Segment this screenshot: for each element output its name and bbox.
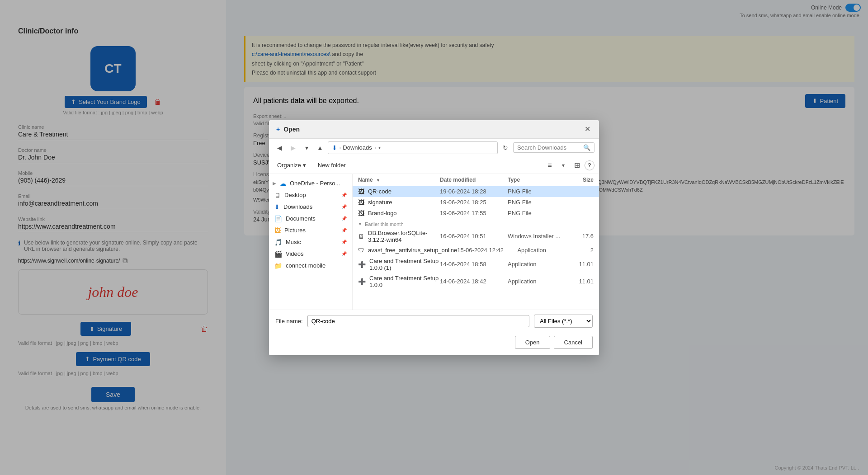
sidebar-item-label: Downloads (283, 203, 312, 210)
search-input[interactable] (517, 144, 580, 151)
downloads-folder-icon: ⬇ (274, 203, 280, 211)
file-icon-avast: 🛡 (358, 247, 364, 254)
videos-icon: 🎬 (274, 250, 282, 258)
file-row-signature[interactable]: 🖼 signature 19-06-2024 18:25 PNG File (353, 197, 599, 208)
music-icon: 🎵 (274, 239, 282, 246)
filetype-select[interactable]: All Files (*.*) (534, 315, 593, 328)
file-list-area: Name ▼ Date modified Type Size 🖼 QR-code… (353, 174, 599, 310)
folder-icon: 📁 (274, 262, 282, 269)
sidebar-item-label: Music (286, 239, 301, 245)
file-icon-care2: ➕ (358, 278, 366, 285)
file-type-care2: Application (508, 278, 566, 285)
sidebar-item-label: OneDrive - Perso... (290, 180, 340, 187)
file-name-signature: signature (368, 199, 440, 206)
column-date[interactable]: Date modified (440, 177, 508, 183)
file-icon-dbbrowser: 🖥 (358, 233, 364, 240)
file-size-care1: 11.01 (566, 261, 594, 268)
file-type-brand-logo: PNG File (508, 210, 566, 216)
open-file-dialog: + Open ✕ ◀ ▶ ▾ ▲ ⬇ › Downloads › ▾ ↻ 🔍 (269, 120, 599, 355)
sidebar-item-desktop[interactable]: 🖥 Desktop 📌 (269, 189, 352, 201)
file-type-qrcode: PNG File (508, 188, 566, 195)
file-type-signature: PNG File (508, 199, 566, 206)
file-icon-qrcode: 🖼 (358, 188, 364, 195)
file-date-signature: 19-06-2024 18:25 (440, 199, 508, 206)
view-icons: ≡ ▾ ⊞ ? (544, 160, 594, 171)
dialog-title: + Open (276, 126, 300, 133)
pictures-icon: 🖼 (274, 227, 281, 234)
file-name-avast: avast_free_antivirus_setup_online (368, 247, 457, 254)
file-name-brand-logo: Brand-logo (368, 210, 440, 216)
second-toolbar: Organize ▾ New folder ≡ ▾ ⊞ ? (269, 157, 599, 174)
file-type-avast: Application (517, 247, 569, 254)
sidebar-item-connect-mobile[interactable]: 📁 connect-mobile (269, 260, 352, 272)
path-separator: › (339, 144, 341, 151)
column-size[interactable]: Size (566, 177, 594, 183)
dialog-close-button[interactable]: ✕ (583, 125, 592, 134)
file-date-dbbrowser: 16-06-2024 10:51 (440, 233, 508, 240)
file-row-avast[interactable]: 🛡 avast_free_antivirus_setup_online 15-0… (353, 245, 599, 256)
file-icon-brand-logo: 🖼 (358, 210, 364, 217)
dialog-title-bar: + Open ✕ (269, 120, 599, 139)
file-size-care2: 11.01 (566, 278, 594, 285)
nav-up-button[interactable]: ▲ (314, 142, 326, 154)
file-name-qrcode: QR-code (368, 188, 440, 195)
dialog-footer: File name: All Files (*.*) (269, 310, 599, 332)
organize-chevron-icon: ▾ (303, 162, 306, 169)
new-folder-button[interactable]: New folder (313, 160, 350, 170)
file-name-dbbrowser: DB.Browser.forSQLite-3.12.2-win64 (368, 230, 440, 243)
organize-button[interactable]: Organize ▾ (274, 160, 310, 170)
path-dropdown-button[interactable]: ▾ (378, 145, 381, 150)
file-icon-care1: ➕ (358, 261, 366, 268)
file-row-brand-logo[interactable]: 🖼 Brand-logo 19-06-2024 17:55 PNG File (353, 208, 599, 219)
file-date-avast: 15-06-2024 12:42 (457, 247, 517, 254)
sidebar-nav: ▶ ☁ OneDrive - Perso... 🖥 Desktop 📌 ⬇ Do… (269, 174, 353, 310)
filename-input[interactable] (307, 315, 529, 327)
file-type-care1: Application (508, 261, 566, 268)
file-name-care2: Care and Treatment Setup 1.0.0 (369, 275, 440, 288)
pin-icon: 📌 (341, 228, 347, 233)
pin-icon: 📌 (341, 204, 347, 209)
pin-icon: 📌 (341, 193, 347, 198)
view-options-dropdown[interactable]: ▾ (557, 160, 569, 171)
nav-dropdown-button[interactable]: ▾ (301, 142, 312, 154)
nav-back-button[interactable]: ◀ (274, 142, 285, 154)
file-date-qrcode: 19-06-2024 18:28 (440, 188, 508, 195)
column-type[interactable]: Type (508, 177, 566, 183)
sidebar-item-downloads[interactable]: ⬇ Downloads 📌 (269, 201, 352, 213)
file-name-care1: Care and Treatment Setup 1.0.0 (1) (369, 258, 440, 271)
path-bar: ⬇ › Downloads › ▾ (328, 141, 498, 154)
sidebar-item-label: Desktop (284, 192, 306, 198)
file-list-header: Name ▼ Date modified Type Size (353, 174, 599, 186)
dialog-overlay: + Open ✕ ◀ ▶ ▾ ▲ ⬇ › Downloads › ▾ ↻ 🔍 (0, 0, 868, 475)
sidebar-item-onedrive[interactable]: ▶ ☁ OneDrive - Perso... (269, 178, 352, 189)
path-download-icon: ⬇ (332, 144, 337, 151)
tile-view-button[interactable]: ⊞ (571, 160, 583, 171)
documents-icon: 📄 (274, 215, 282, 222)
column-name[interactable]: Name ▼ (358, 177, 440, 183)
refresh-button[interactable]: ↻ (500, 142, 511, 154)
desktop-icon: 🖥 (274, 192, 281, 199)
cancel-button[interactable]: Cancel (554, 336, 593, 349)
file-row-care-setup-1[interactable]: ➕ Care and Treatment Setup 1.0.0 (1) 14-… (353, 256, 599, 273)
file-row-dbbrowser[interactable]: 🖥 DB.Browser.forSQLite-3.12.2-win64 16-0… (353, 228, 599, 245)
pin-icon: 📌 (341, 216, 347, 221)
list-view-button[interactable]: ≡ (544, 160, 556, 171)
help-button[interactable]: ? (585, 160, 594, 170)
sidebar-item-label: Pictures (284, 227, 306, 234)
sidebar-item-videos[interactable]: 🎬 Videos 📌 (269, 248, 352, 260)
filename-label: File name: (275, 318, 303, 325)
pin-icon: 📌 (341, 240, 347, 245)
path-chevron: › (375, 144, 377, 151)
sidebar-item-pictures[interactable]: 🖼 Pictures 📌 (269, 225, 352, 236)
onedrive-icon: ☁ (280, 180, 286, 187)
file-row-care-setup-2[interactable]: ➕ Care and Treatment Setup 1.0.0 14-06-2… (353, 273, 599, 290)
sidebar-item-music[interactable]: 🎵 Music 📌 (269, 236, 352, 248)
file-row-qrcode[interactable]: 🖼 QR-code 19-06-2024 18:28 PNG File (353, 186, 599, 197)
open-button[interactable]: Open (515, 336, 550, 349)
sidebar-item-documents[interactable]: 📄 Documents 📌 (269, 213, 352, 225)
nav-forward-button[interactable]: ▶ (287, 142, 299, 154)
file-date-brand-logo: 19-06-2024 17:55 (440, 210, 508, 216)
dialog-actions: Open Cancel (269, 332, 599, 355)
onedrive-expand-icon: ▶ (273, 181, 276, 186)
pin-icon: 📌 (341, 251, 347, 256)
